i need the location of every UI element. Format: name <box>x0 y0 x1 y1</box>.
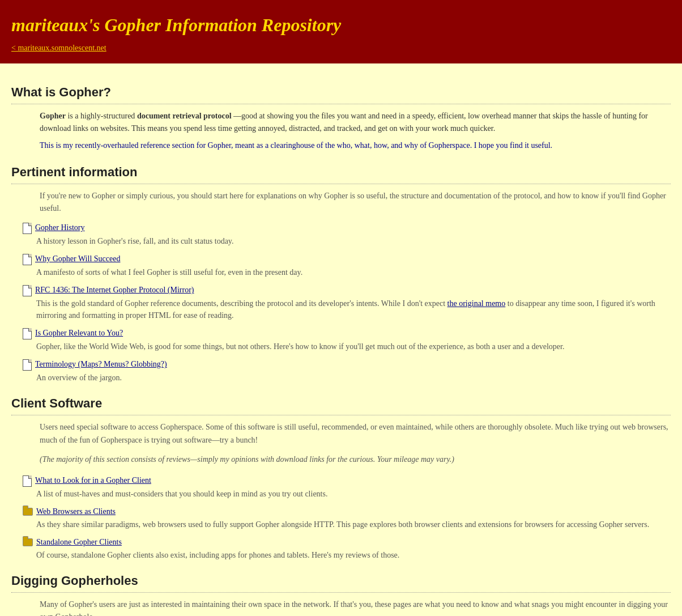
gopher-relevant-desc: Gopher, like the World Wide Web, is good… <box>36 341 671 352</box>
document-retrieval-bold: document retrieval protocol <box>137 112 232 120</box>
terminology-desc: An overview of the jargon. <box>36 372 671 384</box>
document-icon <box>23 475 32 487</box>
client-note: (The majority of this section consists o… <box>40 453 671 466</box>
web-browsers-link[interactable]: Web Browsers as Clients <box>36 505 116 517</box>
list-item: Why Gopher Will Succeed <box>23 253 671 265</box>
standalone-clients-desc: Of course, standalone Gopher clients als… <box>36 549 671 561</box>
pertinent-divider <box>11 184 671 184</box>
web-browsers-desc: As they share similar paradigms, web bro… <box>36 519 671 530</box>
gopher-history-desc: A history lesson in Gopher's rise, fall,… <box>36 235 671 247</box>
site-header: mariteaux's Gopher Information Repositor… <box>0 0 682 63</box>
back-link[interactable]: < mariteaux.somnolescent.net <box>11 42 106 54</box>
terminology-link[interactable]: Terminology (Maps? Menus? Globbing?) <box>35 358 167 370</box>
pertinent-heading: Pertinent information <box>11 163 671 181</box>
gopher-bold: Gopher <box>40 112 66 120</box>
gopher-relevant-link[interactable]: Is Gopher Relevant to You? <box>35 327 123 339</box>
gopher-client-look-link[interactable]: What to Look for in a Gopher Client <box>35 474 151 486</box>
folder-icon <box>23 538 33 546</box>
gopher-succeed-link[interactable]: Why Gopher Will Succeed <box>35 253 120 265</box>
list-item: Terminology (Maps? Menus? Globbing?) <box>23 358 671 371</box>
gopher-history-link[interactable]: Gopher History <box>35 222 85 233</box>
document-icon <box>23 285 32 296</box>
original-memo-link[interactable]: the original memo <box>447 299 506 308</box>
list-item: Web Browsers as Clients <box>23 505 671 517</box>
document-icon <box>23 254 32 265</box>
list-item: Is Gopher Relevant to You? <box>23 327 671 339</box>
list-item: What to Look for in a Gopher Client <box>23 474 671 487</box>
digging-divider <box>11 592 671 593</box>
list-item: Standalone Gopher Clients <box>23 536 671 548</box>
digging-intro: Many of Gopher's users are just as inter… <box>40 598 671 616</box>
site-title: mariteaux's Gopher Information Repositor… <box>11 11 671 39</box>
standalone-clients-link[interactable]: Standalone Gopher Clients <box>36 536 122 548</box>
gopher-client-look-desc: A list of must-haves and must-considers … <box>36 488 671 500</box>
rfc-link[interactable]: RFC 1436: The Internet Gopher Protocol (… <box>35 284 194 296</box>
digging-heading: Digging Gopherholes <box>11 571 671 590</box>
document-icon <box>23 328 32 339</box>
what-is-para2: This is my recently-overhauled reference… <box>40 139 671 152</box>
list-item: RFC 1436: The Internet Gopher Protocol (… <box>23 284 671 296</box>
client-divider <box>11 415 671 415</box>
rfc-desc: This is the gold standard of Gopher refe… <box>36 298 671 321</box>
what-is-gopher-heading: What is Gopher? <box>11 83 671 101</box>
document-icon <box>23 359 32 371</box>
section-divider <box>11 104 671 104</box>
client-intro: Users need special software to access Go… <box>40 421 671 447</box>
document-icon <box>23 223 32 234</box>
list-item: Gopher History <box>23 222 671 234</box>
what-is-para1: Gopher is a highly-structured document r… <box>40 110 671 135</box>
what-is-text1: is a highly-structured <box>67 112 137 120</box>
folder-icon <box>23 508 33 516</box>
client-software-heading: Client Software <box>11 394 671 413</box>
pertinent-intro: If you're new to Gopher or simply curiou… <box>40 190 671 215</box>
gopher-succeed-desc: A manifesto of sorts of what I feel Goph… <box>36 266 671 278</box>
main-content: What is Gopher? Gopher is a highly-struc… <box>0 63 682 617</box>
